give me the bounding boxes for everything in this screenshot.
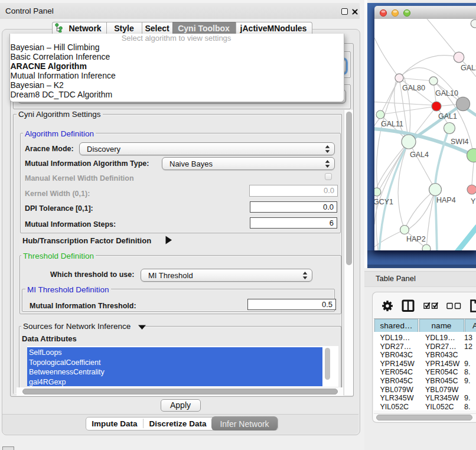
svg-text:HAP4: HAP4 (436, 196, 456, 204)
svg-text:SWI4: SWI4 (451, 138, 469, 146)
svg-text:GAL2: GAL2 (461, 64, 476, 72)
svg-text:GCY1: GCY1 (374, 198, 393, 206)
svg-text:GAL4: GAL4 (410, 151, 429, 159)
svg-text:GAL11: GAL11 (381, 120, 403, 128)
svg-text:GAL10: GAL10 (435, 89, 458, 97)
svg-text:HAP2: HAP2 (406, 235, 426, 243)
svg-text:Y: Y (471, 197, 476, 206)
svg-text:GAL1: GAL1 (438, 112, 457, 120)
svg-text:GAL80: GAL80 (402, 84, 425, 92)
